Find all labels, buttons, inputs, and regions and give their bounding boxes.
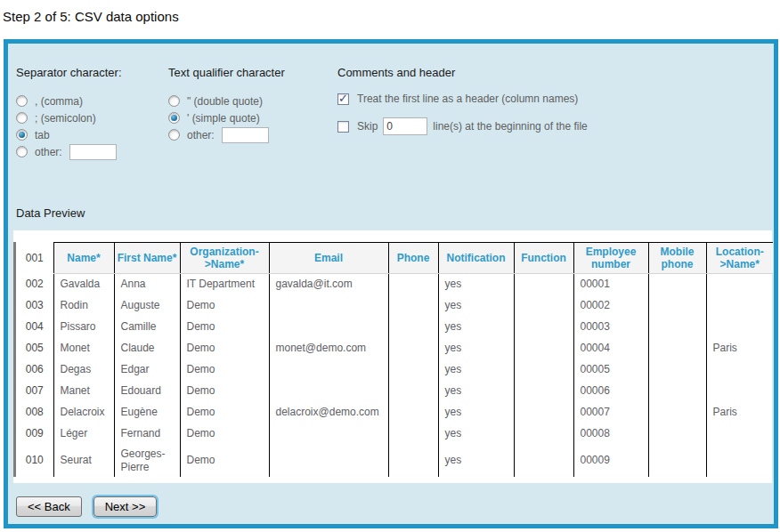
table-row: 004PissaroCamilleDemoyes00003 (16, 317, 773, 338)
table-cell (514, 381, 573, 402)
table-row: 003RodinAugusteDemoyes00002 (16, 295, 773, 317)
separator-group: Separator character: , (comma) ; (semico… (16, 66, 168, 160)
table-cell (388, 274, 438, 295)
first-line-header-option[interactable]: Treat the first line as a header (column… (337, 93, 774, 105)
row-number: 009 (16, 423, 53, 445)
checkbox-icon[interactable] (337, 93, 349, 105)
csv-options-panel: Separator character: , (comma) ; (semico… (4, 39, 778, 528)
qualifier-title: Text qualifier character (168, 66, 337, 79)
table-cell (388, 402, 438, 423)
separator-other-input[interactable] (69, 144, 117, 160)
qualifier-other-input[interactable] (222, 127, 269, 143)
table-cell (269, 295, 388, 317)
separator-option-tab[interactable]: tab (16, 126, 168, 143)
table-cell: yes (438, 402, 514, 423)
table-cell (514, 359, 573, 381)
table-cell: Demo (180, 423, 269, 445)
radio-icon[interactable] (16, 112, 28, 124)
table-cell: Paris (706, 402, 773, 423)
table-cell: Auguste (114, 295, 180, 317)
table-cell (706, 381, 773, 402)
qualifier-group: Text qualifier character " (double quote… (168, 66, 337, 143)
table-cell: Demo (180, 338, 269, 359)
table-cell: Demo (180, 317, 269, 338)
radio-icon[interactable] (168, 112, 180, 124)
skip-lines-option[interactable]: Skip line(s) at the beginning of the fil… (337, 117, 774, 135)
data-preview-panel: 001 Name*First Name*Organization->Name*E… (13, 230, 772, 483)
skip-label-before: Skip (357, 120, 378, 133)
preview-table: 001 Name*First Name*Organization->Name*E… (16, 242, 773, 477)
table-cell: Pissaro (53, 317, 114, 338)
table-cell: IT Department (180, 274, 269, 295)
table-cell: 00004 (573, 338, 648, 359)
data-preview-title: Data Preview (16, 206, 774, 220)
table-cell: Demo (180, 359, 269, 381)
radio-label: " (double quote) (187, 95, 263, 108)
separator-option-other[interactable]: other: (16, 143, 168, 160)
row-number: 008 (16, 402, 53, 423)
preview-table-body: 002GavaldaAnnaIT Departmentgavalda@it.co… (16, 274, 773, 477)
table-cell: yes (438, 359, 514, 381)
row-number: 003 (16, 295, 53, 317)
checkbox-icon[interactable] (337, 121, 349, 133)
table-cell (388, 423, 438, 445)
radio-icon[interactable] (168, 129, 180, 141)
table-cell (388, 359, 438, 381)
table-cell: Edouard (114, 381, 180, 402)
qualifier-option-simple-quote[interactable]: ' (simple quote) (168, 109, 337, 126)
column-header: Function (514, 243, 573, 274)
row-number: 006 (16, 359, 53, 381)
table-cell: 00007 (573, 402, 648, 423)
table-cell: yes (438, 317, 514, 338)
row-number: 002 (16, 274, 53, 295)
table-header-row: 001 Name*First Name*Organization->Name*E… (16, 243, 773, 274)
qualifier-option-other[interactable]: other: (168, 126, 337, 143)
radio-label: other: (35, 146, 62, 158)
table-row: 009LégerFernandDemoyes00008 (16, 423, 773, 445)
table-row: 005MonetClaudeDemomonet@demo.comyes00004… (16, 338, 773, 359)
column-header: Employee number (573, 243, 648, 274)
table-cell (648, 274, 706, 295)
radio-icon[interactable] (16, 146, 28, 157)
table-cell (388, 381, 438, 402)
table-cell: Manet (53, 381, 114, 402)
skip-label-after: line(s) at the beginning of the file (433, 120, 587, 133)
table-cell (514, 274, 573, 295)
radio-icon[interactable] (16, 129, 28, 141)
table-cell: gavalda@it.com (269, 274, 388, 295)
back-button[interactable]: << Back (16, 496, 82, 517)
table-cell (648, 359, 706, 381)
column-header: Mobile phone (648, 243, 706, 274)
table-cell (269, 423, 388, 445)
comments-title: Comments and header (337, 66, 774, 79)
table-cell (388, 295, 438, 317)
table-cell: 00008 (573, 423, 648, 445)
column-header: Location->Name* (706, 243, 773, 274)
qualifier-option-double-quote[interactable]: " (double quote) (168, 93, 337, 109)
table-cell: Fernand (114, 423, 180, 445)
skip-lines-input[interactable] (383, 117, 427, 135)
separator-title: Separator character: (16, 66, 168, 79)
table-cell (514, 295, 573, 317)
radio-icon[interactable] (16, 95, 28, 107)
table-cell (269, 381, 388, 402)
table-cell: yes (438, 445, 514, 477)
table-cell (706, 317, 773, 338)
table-cell: delacroix@demo.com (269, 402, 388, 423)
table-cell (706, 423, 773, 445)
radio-icon[interactable] (168, 95, 180, 107)
table-cell: Gavalda (53, 274, 114, 295)
table-cell (648, 381, 706, 402)
table-cell: 00009 (573, 445, 648, 477)
table-cell: 00001 (573, 274, 648, 295)
comments-group: Comments and header Treat the first line… (337, 66, 774, 148)
next-button[interactable]: Next >> (93, 496, 158, 517)
table-cell: Claude (114, 338, 180, 359)
options-section: Separator character: , (comma) ; (semico… (12, 66, 774, 187)
separator-option-comma[interactable]: , (comma) (16, 93, 168, 109)
table-cell (648, 445, 706, 477)
table-row: 007ManetEdouardDemoyes00006 (16, 381, 773, 402)
page-title: Step 2 of 5: CSV data options (3, 9, 780, 30)
table-cell (706, 274, 773, 295)
separator-option-semicolon[interactable]: ; (semicolon) (16, 109, 168, 126)
